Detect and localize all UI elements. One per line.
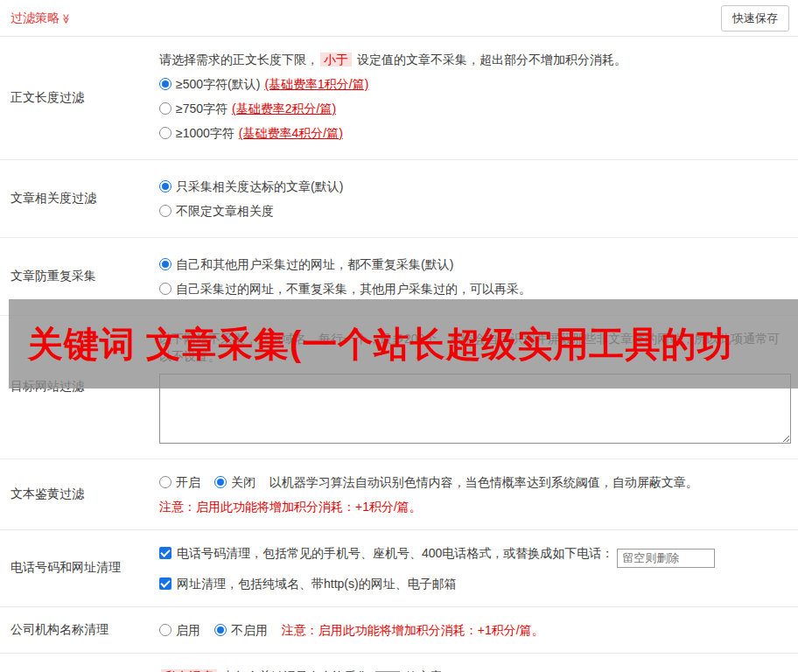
section-title-text: 过滤策略 bbox=[10, 10, 60, 24]
radio-checked-icon[interactable] bbox=[159, 258, 172, 270]
row-label-relevance-filter: 文章相关度过滤 bbox=[10, 191, 159, 206]
phone-clean-checkbox-option[interactable]: 电话号码清理，包括常见的手机号、座机号、400电话格式，或替换成如下电话： bbox=[159, 546, 617, 560]
option-label: ≥1000字符 bbox=[176, 126, 234, 140]
radio-icon[interactable] bbox=[159, 102, 172, 115]
row-porn-filter: 文本鉴黄过滤 开启 关闭 以机器学习算法自动识别色情内容，当色情概率达到系统阈值… bbox=[0, 459, 798, 530]
row-content-keyword-dedup: 私有词库 中每个关键词最多允许采集 篇文章。 如果留空或设为0，则不限篇数。 如… bbox=[159, 664, 791, 672]
limit-text-post: 篇文章。 bbox=[406, 669, 455, 672]
row-label-porn-filter: 文本鉴黄过滤 bbox=[10, 486, 159, 502]
radio-icon[interactable] bbox=[159, 205, 172, 217]
row-company-clean: 公司机构名称清理 启用 不启用 注意：启用此功能将增加积分消耗：+1积分/篇。 bbox=[0, 607, 798, 654]
row-content-dedup-filter: 自己和其他用户采集过的网址，都不重复采集(默认) 自己采集过的网址，不重复采集，… bbox=[159, 248, 791, 304]
radio-checked-icon[interactable] bbox=[159, 180, 172, 192]
radio-icon[interactable] bbox=[159, 624, 172, 636]
company-clean-cost-note: 注意：启用此功能将增加积分消耗：+1积分/篇。 bbox=[282, 623, 544, 637]
url-clean-line: 网址清理，包括纯域名、带http(s)的网址、电子邮箱 bbox=[159, 575, 791, 592]
replacement-phone-input[interactable] bbox=[617, 549, 715, 568]
option-label: 只采集相关度达标的文章(默认) bbox=[176, 179, 343, 193]
quick-save-button[interactable]: 快速保存 bbox=[721, 5, 789, 32]
porn-filter-desc: 以机器学习算法自动识别色情内容，当色情概率达到系统阈值，自动屏蔽文章。 bbox=[270, 475, 698, 489]
option-dedup-global[interactable]: 自己和其他用户采集过的网址，都不重复采集(默认) bbox=[159, 256, 791, 273]
option-label: 启用 bbox=[176, 623, 200, 637]
limit-text-pre: 中每个关键词最多允许采集 bbox=[222, 669, 369, 672]
option-label: 关闭 bbox=[231, 475, 256, 489]
option-label: 自己和其他用户采集过的网址，都不重复采集(默认) bbox=[176, 257, 453, 271]
option-label: 网址清理，包括纯域名、带http(s)的网址、电子邮箱 bbox=[177, 577, 457, 591]
url-clean-checkbox-option[interactable]: 网址清理，包括纯域名、带http(s)的网址、电子邮箱 bbox=[159, 577, 457, 591]
desc-highlight: 小于 bbox=[320, 52, 352, 66]
option-label: 不限定文章相关度 bbox=[176, 204, 274, 218]
option-company-clean-off[interactable]: 不启用 bbox=[214, 621, 268, 639]
filter-strategy-page: 过滤策略≫ 快速保存 正文长度过滤 请选择需求的正文长度下限，小于 设定值的文章… bbox=[0, 0, 798, 672]
topbar: 过滤策略≫ 快速保存 bbox=[0, 0, 798, 37]
option-rate-note: (基础费率2积分/篇) bbox=[232, 102, 336, 116]
company-clean-options-line: 启用 不启用 注意：启用此功能将增加积分消耗：+1积分/篇。 bbox=[159, 621, 791, 639]
row-label-phone-url-clean: 电话号码和网址清理 bbox=[10, 560, 159, 576]
phone-clean-line: 电话号码清理，包括常见的手机号、座机号、400电话格式，或替换成如下电话： bbox=[159, 544, 791, 568]
radio-checked-icon[interactable] bbox=[214, 624, 227, 636]
option-porn-off[interactable]: 关闭 bbox=[214, 473, 256, 491]
desc-text-pre: 请选择需求的正文长度下限， bbox=[159, 52, 318, 66]
keyword-dedup-limit-line: 私有词库 中每个关键词最多允许采集 篇文章。 bbox=[159, 668, 791, 672]
option-label: 自己采集过的网址，不重复采集，其他用户采集过的，可以再采。 bbox=[176, 282, 531, 296]
option-length-750[interactable]: ≥750字符(基础费率2积分/篇) bbox=[159, 100, 791, 117]
option-rate-note: (基础费率4积分/篇) bbox=[239, 126, 343, 140]
checkbox-checked-icon[interactable] bbox=[159, 578, 172, 590]
radio-checked-icon[interactable] bbox=[159, 78, 172, 90]
length-filter-desc: 请选择需求的正文长度下限，小于 设定值的文章不采集，超出部分不增加积分消耗。 bbox=[159, 51, 791, 68]
radio-icon[interactable] bbox=[159, 127, 172, 139]
section-title-filter-strategy[interactable]: 过滤策略≫ bbox=[10, 10, 72, 26]
radio-icon[interactable] bbox=[159, 283, 172, 295]
watermark-overlay: 关键词 文章采集(一个站长超级实用工具的功 bbox=[9, 299, 798, 388]
row-content-length-filter: 请选择需求的正文长度下限，小于 设定值的文章不采集，超出部分不增加积分消耗。 ≥… bbox=[159, 47, 791, 149]
row-label-length-filter: 正文长度过滤 bbox=[10, 90, 159, 106]
private-lexicon-highlight: 私有词库 bbox=[161, 669, 217, 672]
desc-text-post: 设定值的文章不采集，超出部分不增加积分消耗。 bbox=[357, 52, 626, 66]
row-keyword-dedup: 关键词防重复采集 私有词库 中每个关键词最多允许采集 篇文章。 如果留空或设为0… bbox=[0, 654, 798, 672]
row-relevance-filter: 文章相关度过滤 只采集相关度达标的文章(默认) 不限定文章相关度 bbox=[0, 160, 798, 238]
option-length-1000[interactable]: ≥1000字符(基础费率4积分/篇) bbox=[159, 124, 791, 142]
row-content-phone-url-clean: 电话号码清理，包括常见的手机号、座机号、400电话格式，或替换成如下电话： 网址… bbox=[159, 541, 791, 596]
option-rate-note: (基础费率1积分/篇) bbox=[264, 77, 368, 91]
option-relevance-any[interactable]: 不限定文章相关度 bbox=[159, 202, 791, 220]
option-label: 不启用 bbox=[231, 623, 268, 637]
option-label: ≥750字符 bbox=[176, 102, 228, 116]
row-length-filter: 正文长度过滤 请选择需求的正文长度下限，小于 设定值的文章不采集，超出部分不增加… bbox=[0, 37, 798, 160]
watermark-text: 关键词 文章采集(一个站长超级实用工具的功 bbox=[28, 320, 732, 368]
checkbox-checked-icon[interactable] bbox=[159, 547, 172, 559]
row-phone-url-clean: 电话号码和网址清理 电话号码清理，包括常见的手机号、座机号、400电话格式，或替… bbox=[0, 530, 798, 607]
radio-checked-icon[interactable] bbox=[214, 476, 227, 488]
option-length-500[interactable]: ≥500字符(默认)(基础费率1积分/篇) bbox=[159, 75, 791, 93]
row-content-relevance-filter: 只采集相关度达标的文章(默认) 不限定文章相关度 bbox=[159, 171, 791, 227]
row-content-company-clean: 启用 不启用 注意：启用此功能将增加积分消耗：+1积分/篇。 bbox=[159, 618, 791, 642]
porn-filter-cost-note: 注意：启用此功能将增加积分消耗：+1积分/篇。 bbox=[159, 498, 791, 515]
option-porn-on[interactable]: 开启 bbox=[159, 473, 200, 491]
chevron-down-icon: ≫ bbox=[60, 13, 72, 24]
option-dedup-self-only[interactable]: 自己采集过的网址，不重复采集，其他用户采集过的，可以再采。 bbox=[159, 280, 791, 298]
radio-icon[interactable] bbox=[159, 476, 172, 488]
porn-filter-options-line: 开启 关闭 以机器学习算法自动识别色情内容，当色情概率达到系统阈值，自动屏蔽文章… bbox=[159, 473, 791, 491]
row-content-porn-filter: 开启 关闭 以机器学习算法自动识别色情内容，当色情概率达到系统阈值，自动屏蔽文章… bbox=[159, 470, 791, 519]
option-label: ≥500字符(默认) bbox=[176, 77, 260, 91]
row-label-dedup-filter: 文章防重复采集 bbox=[10, 269, 159, 284]
option-company-clean-on[interactable]: 启用 bbox=[159, 621, 200, 639]
option-label: 电话号码清理，包括常见的手机号、座机号、400电话格式，或替换成如下电话： bbox=[177, 546, 613, 560]
option-relevance-strict[interactable]: 只采集相关度达标的文章(默认) bbox=[159, 178, 791, 195]
row-label-company-clean: 公司机构名称清理 bbox=[10, 622, 159, 638]
option-label: 开启 bbox=[176, 475, 200, 489]
